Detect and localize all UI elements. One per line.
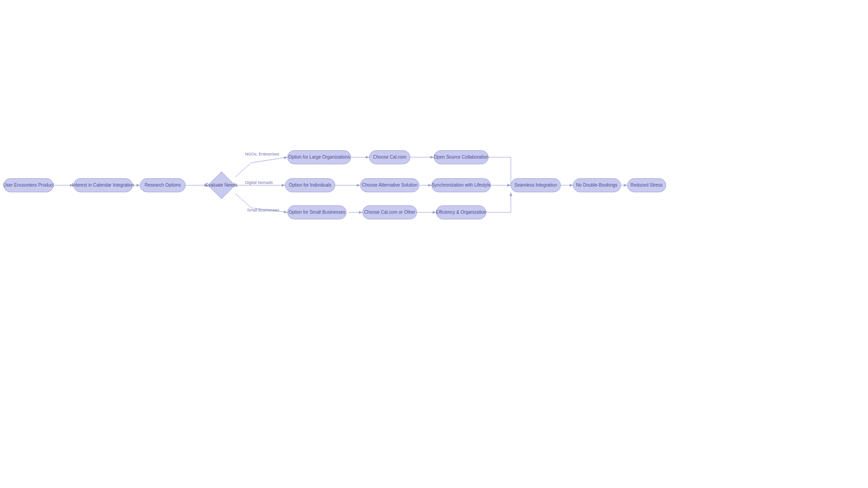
node-reduced-stress-label: Reduced Stress: [630, 183, 662, 188]
node-choose-other-label: Choose Cal.com or Other: [364, 210, 415, 215]
node-evaluate-label: Evaluate Needs: [206, 183, 238, 188]
node-efficiency-label: Efficiency & Organization: [436, 210, 486, 215]
flowchart-diagram: NGOs, Enterprises Digital Nomads Small B…: [0, 0, 868, 488]
node-option-individuals-label: Option for Individuals: [289, 183, 331, 188]
edge-label-nomads: Digital Nomads: [245, 180, 273, 185]
node-user-encounters-label: User Encounters Product: [3, 183, 54, 188]
node-research-label: Research Options: [145, 183, 181, 188]
edge-label-ngos: NGOs, Enterprises: [245, 152, 279, 156]
node-seamless-label: Seamless Integration: [514, 183, 557, 188]
node-open-source-label: Open Source Collaboration: [434, 155, 489, 160]
node-sync-label: Synchronization with Lifestyle: [431, 183, 491, 188]
node-choose-calcom-label: Choose Cal.com: [373, 155, 406, 160]
node-choose-alt-label: Choose Alternative Solution: [362, 183, 418, 188]
edge-n11-n14: [488, 157, 511, 185]
node-interest-label: Interest in Calendar Integration: [72, 183, 134, 188]
edge-n13-n14: [486, 192, 511, 212]
edge-label-small-biz: Small Businesses: [247, 208, 279, 212]
node-option-small-label: Option for Small Businesses: [288, 210, 345, 215]
node-no-double-label: No Double-Bookings: [576, 183, 618, 188]
node-option-large-label: Option for Large Organizations: [288, 155, 350, 160]
edge-n4-n5: [235, 157, 288, 177]
